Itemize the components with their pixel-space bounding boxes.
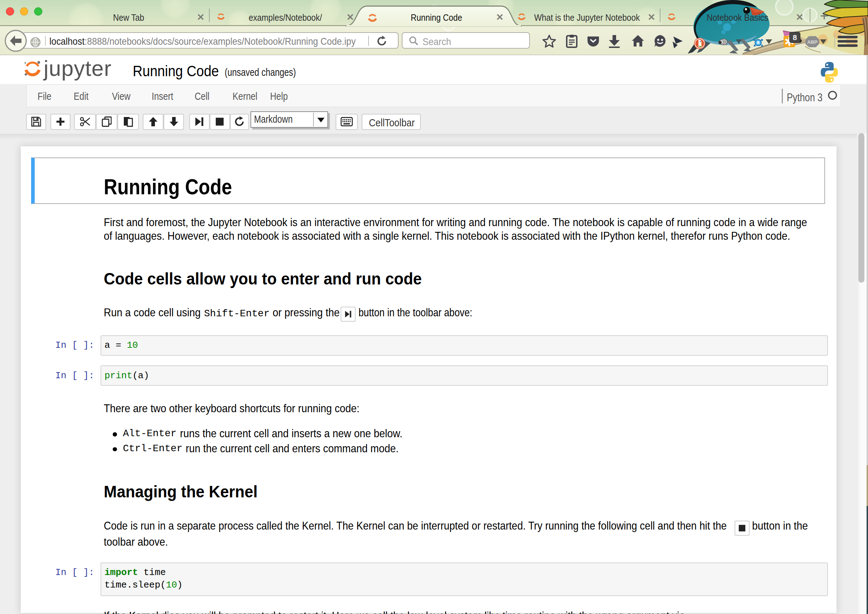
svg-text:ABP: ABP bbox=[807, 39, 818, 45]
